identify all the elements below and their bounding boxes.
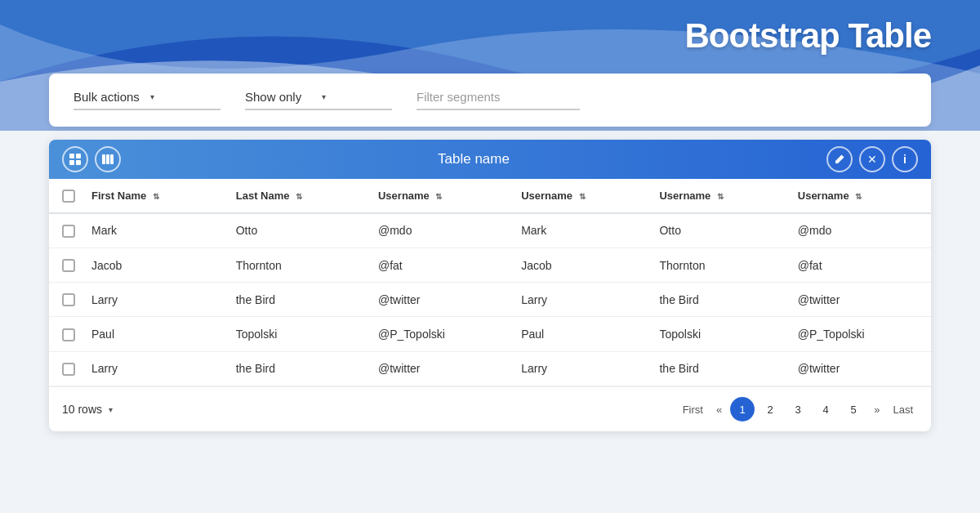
svg-rect-5 <box>102 154 105 164</box>
username4-sort-icon: ⇅ <box>855 192 862 201</box>
filter-bar: Bulk actions ▾ Show only ▾ Filter segmen… <box>49 74 931 127</box>
data-table: First Name ⇅ Last Name ⇅ Username ⇅ Us <box>49 179 931 386</box>
table-icons-left <box>62 146 121 172</box>
cell-last-name-4: the Bird <box>226 351 368 386</box>
cell-username3-2: the Bird <box>649 283 787 317</box>
svg-rect-6 <box>106 154 109 164</box>
cell-username4-3: @P_Topolski <box>788 317 931 351</box>
cell-username4-1: @fat <box>788 248 931 282</box>
svg-rect-2 <box>76 154 81 158</box>
cell-username3-1: Thornton <box>649 248 787 282</box>
rows-per-page-arrow: ▾ <box>109 405 113 414</box>
grid-view-button[interactable] <box>62 146 88 172</box>
bulk-actions-select[interactable]: Bulk actions ▾ <box>74 90 220 110</box>
cell-username1-2: @twitter <box>368 283 511 317</box>
username2-header[interactable]: Username ⇅ <box>511 179 649 213</box>
svg-rect-7 <box>110 154 114 164</box>
main-content: Bulk actions ▾ Show only ▾ Filter segmen… <box>49 74 931 431</box>
cell-username1-3: @P_Topolski <box>368 317 511 351</box>
close-table-button[interactable]: ✕ <box>859 146 885 172</box>
cell-username2-3: Paul <box>511 317 649 351</box>
close-icon: ✕ <box>867 154 877 165</box>
username1-header[interactable]: Username ⇅ <box>368 179 511 213</box>
last-name-header[interactable]: Last Name ⇅ <box>226 179 368 213</box>
cell-username2-1: Jacob <box>511 248 649 282</box>
table-footer: 10 rows ▾ First « 1 2 3 4 5 » Last <box>49 386 931 431</box>
cell-first-name-0: Mark <box>82 213 226 248</box>
cell-username2-2: Larry <box>511 283 649 317</box>
pagination-next[interactable]: » <box>869 397 884 422</box>
first-name-sort-icon: ⇅ <box>153 192 159 201</box>
cell-last-name-1: Thornton <box>226 248 368 282</box>
pagination-prev[interactable]: « <box>711 397 727 422</box>
row-checkbox-4[interactable] <box>62 363 75 376</box>
row-checkbox-0[interactable] <box>62 225 75 238</box>
bulk-actions-arrow: ▾ <box>150 92 220 101</box>
edit-table-button[interactable] <box>826 146 853 172</box>
table-name-label: Table name <box>121 151 826 167</box>
cell-last-name-0: Otto <box>226 213 368 248</box>
table-row: MarkOtto@mdoMarkOtto@mdo <box>49 213 931 248</box>
username3-header[interactable]: Username ⇅ <box>649 179 787 213</box>
cell-username1-4: @twitter <box>368 351 511 386</box>
table-icons-right: ✕ i <box>826 146 918 172</box>
info-table-button[interactable]: i <box>892 146 918 172</box>
cell-username1-0: @mdo <box>368 213 511 248</box>
table-row: Larrythe Bird@twitterLarrythe Bird@twitt… <box>49 283 931 317</box>
cell-first-name-4: Larry <box>82 351 226 386</box>
pagination-page-1[interactable]: 1 <box>730 397 755 422</box>
show-only-select[interactable]: Show only ▾ <box>245 90 392 110</box>
show-only-label: Show only <box>245 90 315 104</box>
page-title: Bootstrap Table <box>684 16 931 56</box>
row-checkbox-2[interactable] <box>62 293 75 306</box>
row-checkbox-1[interactable] <box>62 259 75 272</box>
cell-first-name-3: Paul <box>82 317 226 351</box>
checkbox-header[interactable] <box>49 179 82 213</box>
info-icon: i <box>903 154 906 165</box>
cell-username3-4: the Bird <box>649 351 787 386</box>
table-container: Table name ✕ i <box>49 140 931 431</box>
cell-first-name-1: Jacob <box>82 248 226 282</box>
pagination-last[interactable]: Last <box>888 397 918 422</box>
bulk-actions-label: Bulk actions <box>74 90 144 104</box>
svg-rect-3 <box>69 160 74 165</box>
filter-segments-input[interactable]: Filter segments <box>416 90 580 110</box>
pagination-page-5[interactable]: 5 <box>841 397 866 422</box>
table-row: Larrythe Bird@twitterLarrythe Bird@twitt… <box>49 351 931 386</box>
cell-username1-1: @fat <box>368 248 511 282</box>
last-name-sort-icon: ⇅ <box>296 192 302 201</box>
row-checkbox-3[interactable] <box>62 328 75 341</box>
table-header-row: First Name ⇅ Last Name ⇅ Username ⇅ Us <box>49 179 931 213</box>
table-row: PaulTopolski@P_TopolskiPaulTopolski@P_To… <box>49 317 931 351</box>
cell-first-name-2: Larry <box>82 283 226 317</box>
rows-per-page-label: 10 rows <box>62 403 102 416</box>
pagination: First « 1 2 3 4 5 » Last <box>678 397 918 422</box>
table-header-bar: Table name ✕ i <box>49 140 931 179</box>
cell-username3-3: Topolski <box>649 317 787 351</box>
filter-segments-label: Filter segments <box>416 90 580 104</box>
svg-rect-1 <box>69 154 74 158</box>
pagination-page-4[interactable]: 4 <box>813 397 838 422</box>
pagination-page-3[interactable]: 3 <box>786 397 810 422</box>
cell-last-name-3: Topolski <box>226 317 368 351</box>
select-all-checkbox[interactable] <box>62 190 75 203</box>
cell-username4-4: @twitter <box>788 351 931 386</box>
cell-username2-4: Larry <box>511 351 649 386</box>
username1-sort-icon: ⇅ <box>435 192 442 201</box>
cell-username4-0: @mdo <box>788 213 931 248</box>
username4-header[interactable]: Username ⇅ <box>788 179 931 213</box>
cell-username2-0: Mark <box>511 213 649 248</box>
rows-per-page-select[interactable]: 10 rows ▾ <box>62 403 113 416</box>
pagination-first[interactable]: First <box>678 397 708 422</box>
username3-sort-icon: ⇅ <box>717 192 724 201</box>
table-row: JacobThornton@fatJacobThornton@fat <box>49 248 931 282</box>
cell-last-name-2: the Bird <box>226 283 368 317</box>
cell-username3-0: Otto <box>649 213 787 248</box>
pagination-page-2[interactable]: 2 <box>758 397 782 422</box>
table-scroll-area[interactable]: First Name ⇅ Last Name ⇅ Username ⇅ Us <box>49 179 931 386</box>
first-name-header[interactable]: First Name ⇅ <box>82 179 226 213</box>
show-only-arrow: ▾ <box>322 92 392 101</box>
svg-rect-4 <box>76 160 81 165</box>
columns-view-button[interactable] <box>95 146 121 172</box>
username2-sort-icon: ⇅ <box>579 192 586 201</box>
